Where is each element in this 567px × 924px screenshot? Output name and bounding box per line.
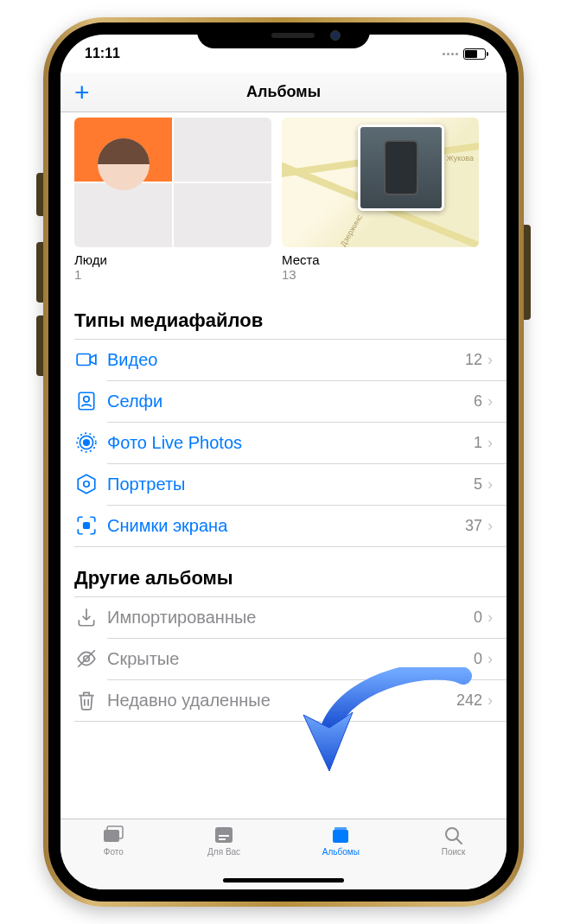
row-live-photos[interactable]: Фото Live Photos 1 › xyxy=(61,422,506,463)
side-button xyxy=(36,315,43,376)
selfie-icon xyxy=(74,390,99,412)
hidden-icon xyxy=(74,647,99,670)
row-count: 0 xyxy=(474,609,482,627)
side-button xyxy=(524,225,531,320)
row-screenshots[interactable]: Снимки экрана 37 › xyxy=(61,505,506,546)
chevron-right-icon: › xyxy=(487,434,493,452)
row-portraits[interactable]: Портреты 5 › xyxy=(61,463,506,505)
tab-bar: Фото Для Вас Альбомы Поиск xyxy=(61,819,506,870)
row-selfie[interactable]: Селфи 6 › xyxy=(61,380,506,422)
svg-rect-7 xyxy=(84,523,90,529)
tab-foryou[interactable]: Для Вас xyxy=(207,825,240,857)
tab-label: Для Вас xyxy=(207,847,240,857)
side-button xyxy=(36,242,43,303)
foryou-icon xyxy=(212,825,236,845)
chevron-right-icon: › xyxy=(487,392,493,411)
svg-rect-10 xyxy=(104,830,119,842)
svg-rect-0 xyxy=(77,354,90,366)
notch xyxy=(197,22,370,48)
chevron-right-icon: › xyxy=(487,650,493,668)
tab-label: Поиск xyxy=(442,847,466,857)
nav-bar: + Альбомы xyxy=(61,73,506,112)
photos-icon xyxy=(101,825,125,845)
places-thumbnail: т Жукова Дзержинс xyxy=(282,118,479,247)
search-icon xyxy=(442,825,466,845)
row-label: Недавно удаленные xyxy=(107,691,456,711)
tab-albums[interactable]: Альбомы xyxy=(322,825,360,857)
row-count: 1 xyxy=(474,434,482,452)
home-indicator-area xyxy=(61,870,506,889)
album-count: 1 xyxy=(74,267,271,282)
row-label: Фото Live Photos xyxy=(107,433,474,453)
row-video[interactable]: Видео 12 › xyxy=(61,339,506,380)
svg-rect-1 xyxy=(79,392,93,410)
row-label: Портреты xyxy=(107,475,474,494)
albums-icon xyxy=(328,825,353,845)
import-icon xyxy=(74,606,99,628)
people-thumbnail xyxy=(74,118,271,247)
tab-search[interactable]: Поиск xyxy=(442,825,466,857)
status-time: 11:11 xyxy=(85,46,120,61)
row-recently-deleted[interactable]: Недавно удаленные 242 › xyxy=(61,679,506,721)
row-count: 12 xyxy=(465,351,482,369)
tab-photos[interactable]: Фото xyxy=(101,825,125,857)
row-label: Скрытые xyxy=(107,649,474,669)
svg-rect-16 xyxy=(334,827,347,830)
row-count: 242 xyxy=(456,691,482,710)
signal-icon xyxy=(443,53,458,55)
album-label: Места xyxy=(282,252,479,267)
chevron-right-icon: › xyxy=(487,475,493,494)
phone-frame: 11:11 + Альбомы xyxy=(43,17,524,907)
album-places[interactable]: т Жукова Дзержинс Места 13 xyxy=(282,118,479,282)
row-count: 6 xyxy=(474,392,482,411)
nav-title: Альбомы xyxy=(246,83,321,101)
svg-point-2 xyxy=(84,397,90,403)
row-label: Снимки экрана xyxy=(107,516,465,536)
row-label: Селфи xyxy=(107,392,474,411)
album-label: Люди xyxy=(74,252,271,267)
trash-icon xyxy=(74,689,99,711)
album-count: 13 xyxy=(282,267,479,282)
portrait-icon xyxy=(74,473,99,495)
row-hidden[interactable]: Скрытые 0 › xyxy=(61,638,506,679)
row-imported[interactable]: Импортированные 0 › xyxy=(61,596,506,638)
svg-point-3 xyxy=(84,440,90,446)
row-count: 0 xyxy=(474,650,482,668)
row-count: 37 xyxy=(465,517,482,535)
live-photos-icon xyxy=(74,431,99,454)
content-scroll[interactable]: Люди 1 т Жукова Дзержинс Места 13 xyxy=(61,112,506,819)
row-count: 5 xyxy=(474,475,482,494)
chevron-right-icon: › xyxy=(487,609,493,627)
svg-line-18 xyxy=(456,838,462,844)
tab-label: Фото xyxy=(104,847,124,857)
video-icon xyxy=(74,348,99,371)
chevron-right-icon: › xyxy=(487,691,493,710)
svg-rect-13 xyxy=(219,835,229,837)
section-header-other: Другие альбомы xyxy=(61,546,506,596)
chevron-right-icon: › xyxy=(487,517,493,535)
tab-label: Альбомы xyxy=(322,847,360,857)
svg-point-6 xyxy=(84,481,90,487)
battery-icon xyxy=(463,48,486,60)
row-label: Видео xyxy=(107,350,465,370)
add-button[interactable]: + xyxy=(74,80,90,105)
screenshot-icon xyxy=(74,514,99,537)
side-button xyxy=(36,173,43,216)
album-people[interactable]: Люди 1 xyxy=(74,118,271,282)
row-label: Импортированные xyxy=(107,608,474,628)
home-indicator[interactable] xyxy=(223,878,344,883)
svg-rect-15 xyxy=(333,830,348,843)
section-header-media-types: Типы медиафайлов xyxy=(61,289,506,339)
chevron-right-icon: › xyxy=(487,351,493,369)
svg-rect-14 xyxy=(219,838,226,840)
